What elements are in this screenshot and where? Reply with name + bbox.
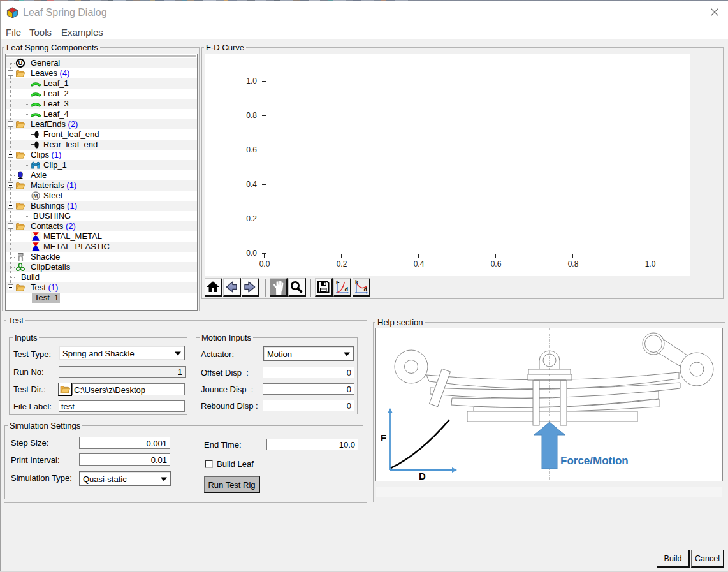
svg-text:Force/Motion: Force/Motion [560,455,629,467]
svg-text:d: d [364,286,368,293]
svg-text:d: d [345,286,349,293]
svg-text:F: F [381,432,386,443]
svg-text:D: D [419,471,426,481]
